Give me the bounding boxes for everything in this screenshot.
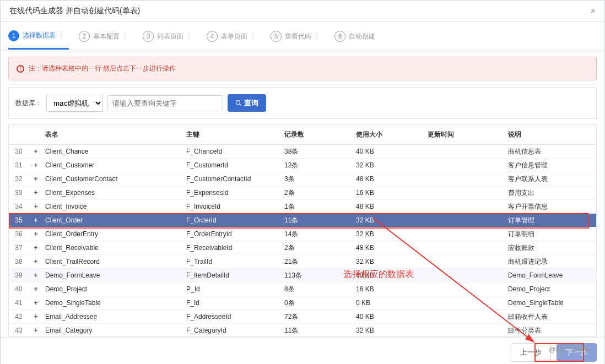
row-index: 32 bbox=[9, 175, 29, 183]
row-index: 33 bbox=[9, 189, 29, 197]
chevron-right-icon: 〉 bbox=[123, 31, 132, 42]
cell-count: 12条 bbox=[284, 161, 356, 170]
cell-count: 113条 bbox=[284, 271, 356, 280]
cell-desc: 客户联系人表 bbox=[508, 175, 596, 184]
table-row[interactable]: 38+Client_TrailRecordF_TrailId21条32 KB商机… bbox=[9, 255, 596, 269]
cell-name: Client_TrailRecord bbox=[43, 258, 186, 265]
cell-count: 21条 bbox=[284, 257, 356, 267]
alert-banner: ! 注：请选种表格中的一行 然后点击下一步进行操作 bbox=[8, 57, 597, 80]
cell-key: P_Id bbox=[186, 285, 284, 293]
cell-size: 32 KB bbox=[356, 230, 428, 238]
table-row[interactable]: 30+Client_ChanceF_ChanceId38条40 KB商机信息表 bbox=[9, 145, 596, 159]
cell-desc: 邮箱收件人表 bbox=[508, 312, 596, 322]
table-row[interactable]: 43+Email_CategoryF_CategoryId11条32 KB邮件分… bbox=[9, 324, 596, 336]
wizard-step-5[interactable]: 5查看代码〉 bbox=[271, 30, 325, 50]
expand-icon[interactable]: + bbox=[29, 161, 43, 169]
step-number-icon: 3 bbox=[143, 31, 154, 42]
cell-desc: 订单明细 bbox=[508, 230, 596, 239]
col-key: 主键 bbox=[186, 130, 284, 139]
row-index: 42 bbox=[9, 313, 29, 320]
cell-key: F_ItemDetailId bbox=[186, 271, 284, 279]
cell-size: 32 KB bbox=[356, 161, 428, 169]
expand-icon[interactable]: + bbox=[29, 203, 43, 210]
wizard-step-2[interactable]: 2基本配置〉 bbox=[79, 30, 133, 50]
expand-icon[interactable]: + bbox=[29, 271, 43, 279]
close-icon[interactable]: × bbox=[591, 6, 596, 16]
cell-name: Client_Customer bbox=[43, 161, 186, 169]
row-index: 38 bbox=[9, 258, 29, 265]
cell-key: F_TrailId bbox=[186, 258, 284, 265]
cell-size: 16 KB bbox=[356, 189, 428, 197]
col-desc: 说明 bbox=[508, 130, 587, 139]
cell-name: Email_Addressee bbox=[43, 313, 186, 320]
expand-icon[interactable]: + bbox=[29, 285, 43, 293]
wizard-step-4[interactable]: 4表单页面〉 bbox=[207, 30, 261, 50]
cell-size: 16 KB bbox=[356, 285, 428, 293]
cell-size: 32 KB bbox=[356, 327, 428, 334]
expand-icon[interactable]: + bbox=[29, 299, 43, 307]
prev-button[interactable]: 上一步 bbox=[511, 343, 551, 362]
cell-size: 48 KB bbox=[356, 175, 428, 183]
table-row[interactable]: 35+Client_OrderF_OrderId11条32 KB订单管理 bbox=[9, 214, 596, 227]
expand-icon[interactable]: + bbox=[29, 175, 43, 183]
cell-size: 48 KB bbox=[356, 244, 428, 252]
expand-icon[interactable]: + bbox=[29, 189, 43, 197]
expand-icon[interactable]: + bbox=[29, 244, 43, 252]
expand-icon[interactable]: + bbox=[29, 313, 43, 320]
db-select[interactable]: mac虚拟机 bbox=[46, 95, 103, 112]
col-size: 使用大小 bbox=[356, 130, 428, 139]
cell-size: 0 KB bbox=[356, 299, 428, 307]
cell-desc: Demo_FormLeave bbox=[508, 271, 596, 279]
expand-icon[interactable]: + bbox=[29, 230, 43, 238]
cell-desc: 订单管理 bbox=[508, 216, 596, 225]
cell-key: F_InvoiceId bbox=[186, 203, 284, 210]
row-index: 31 bbox=[9, 161, 29, 169]
cell-count: 0条 bbox=[284, 298, 356, 308]
cell-name: Client_Chance bbox=[43, 148, 186, 155]
cell-key: F_OrderId bbox=[186, 216, 284, 224]
wizard-steps: 1选择数据表〉2基本配置〉3列表页面〉4表单页面〉5查看代码〉6自动创建 bbox=[1, 22, 604, 50]
cell-name: Client_Invoice bbox=[43, 203, 186, 210]
table-row[interactable]: 41+Demo_SingleTableF_Id0条0 KBDemo_Single… bbox=[9, 296, 596, 310]
table-body[interactable]: 30+Client_ChanceF_ChanceId38条40 KB商机信息表3… bbox=[9, 145, 596, 336]
cell-key: F_CategoryId bbox=[186, 327, 284, 334]
table-row[interactable]: 34+Client_InvoiceF_InvoiceId1条48 KB客户开票信… bbox=[9, 200, 596, 214]
col-updated: 更新时间 bbox=[428, 130, 508, 139]
table-row[interactable]: 39+Demo_FormLeaveF_ItemDetailId113条40 KB… bbox=[9, 269, 596, 282]
wizard-step-1[interactable]: 1选择数据表〉 bbox=[8, 30, 69, 50]
next-button[interactable]: 下一步 bbox=[557, 343, 597, 362]
table-row[interactable]: 33+Client_ExpensesF_ExpensesId2条16 KB费用支… bbox=[9, 186, 596, 200]
cell-key: F_Id bbox=[186, 299, 284, 307]
row-index: 34 bbox=[9, 203, 29, 210]
search-input[interactable] bbox=[107, 95, 223, 111]
chevron-right-icon: 〉 bbox=[251, 31, 260, 42]
cell-name: Demo_Project bbox=[43, 285, 186, 293]
step-number-icon: 4 bbox=[207, 31, 218, 42]
cell-name: Client_Expenses bbox=[43, 189, 186, 197]
expand-icon[interactable]: + bbox=[29, 327, 43, 334]
step-label: 查看代码 bbox=[285, 32, 311, 41]
step-number-icon: 6 bbox=[334, 31, 345, 42]
step-label: 选择数据表 bbox=[23, 31, 56, 40]
table-row[interactable]: 32+Client_CustomerContactF_CustomerConta… bbox=[9, 172, 596, 186]
cell-key: F_CustomerId bbox=[186, 161, 284, 169]
query-panel: 数据库： mac虚拟机 查询 bbox=[8, 87, 597, 119]
search-button[interactable]: 查询 bbox=[228, 94, 266, 112]
cell-count: 2条 bbox=[284, 188, 356, 198]
table-row[interactable]: 36+Client_OrderEntryF_OrderEntryId14条32 … bbox=[9, 227, 596, 241]
expand-icon[interactable]: + bbox=[29, 258, 43, 265]
table-row[interactable]: 40+Demo_ProjectP_Id8条16 KBDemo_Project bbox=[9, 282, 596, 296]
table-row[interactable]: 31+Client_CustomerF_CustomerId12条32 KB客户… bbox=[9, 159, 596, 172]
cell-name: Client_OrderEntry bbox=[43, 230, 186, 238]
table-row[interactable]: 37+Client_ReceivableF_ReceivableId2条48 K… bbox=[9, 241, 596, 255]
modal-title: 在线代码生成器 并自动创建代码(单表) bbox=[9, 6, 140, 16]
cell-name: Demo_SingleTable bbox=[43, 299, 186, 307]
table-header: 表名 主键 记录数 使用大小 更新时间 说明 bbox=[9, 125, 596, 145]
query-bar: 数据库： mac虚拟机 查询 bbox=[15, 94, 590, 112]
table-row[interactable]: 42+Email_AddresseeF_AddresseeId72条40 KB邮… bbox=[9, 310, 596, 324]
expand-icon[interactable]: + bbox=[29, 148, 43, 155]
wizard-step-6[interactable]: 6自动创建 bbox=[334, 30, 375, 50]
expand-icon[interactable]: + bbox=[29, 216, 43, 224]
step-number-icon: 2 bbox=[79, 31, 90, 42]
wizard-step-3[interactable]: 3列表页面〉 bbox=[143, 30, 197, 50]
